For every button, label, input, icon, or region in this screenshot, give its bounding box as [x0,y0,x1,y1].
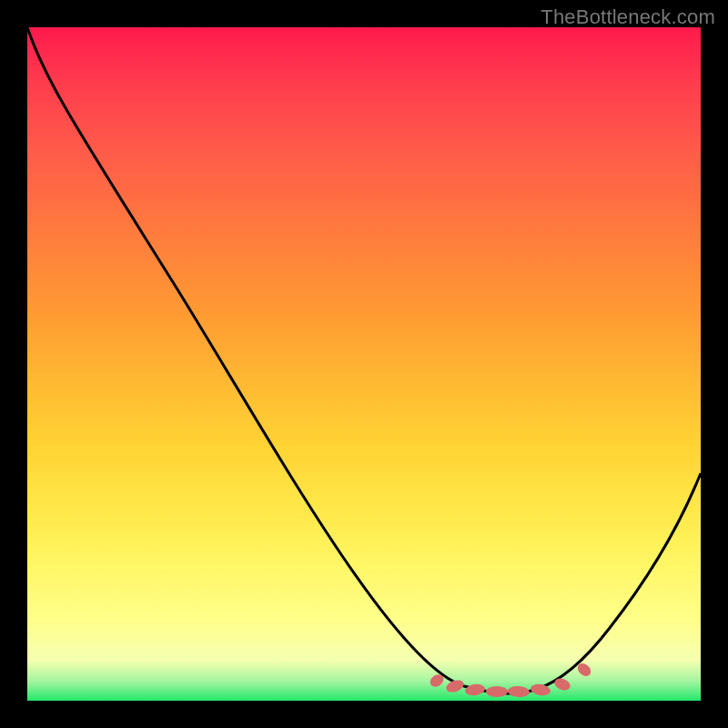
watermark-text: TheBottleneck.com [541,5,715,29]
optimal-marker [508,685,531,698]
bottleneck-curve [27,27,701,693]
optimal-marker [486,686,508,697]
optimal-marker [552,676,571,693]
optimal-marker [464,683,485,697]
optimal-marker [445,678,466,694]
chart-frame: TheBottleneck.com [0,0,728,728]
plot-area [27,27,701,701]
optimal-zone-markers [428,661,593,698]
chart-svg [27,27,701,701]
